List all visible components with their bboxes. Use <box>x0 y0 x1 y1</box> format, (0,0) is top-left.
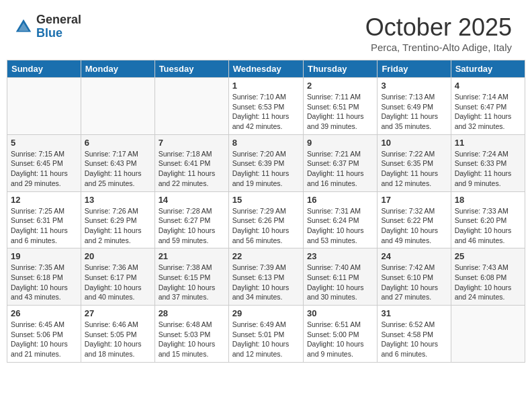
day-info: Sunrise: 6:52 AM Sunset: 4:58 PM Dayligh… <box>381 320 447 359</box>
day-number: 1 <box>232 81 300 91</box>
day-info: Sunrise: 7:20 AM Sunset: 6:39 PM Dayligh… <box>232 149 300 189</box>
logo: General Blue <box>13 13 81 40</box>
calendar-cell: 18Sunrise: 7:33 AM Sunset: 6:20 PM Dayli… <box>451 191 525 248</box>
calendar-cell: 1Sunrise: 7:10 AM Sunset: 6:53 PM Daylig… <box>228 78 303 135</box>
calendar-cell: 2Sunrise: 7:11 AM Sunset: 6:51 PM Daylig… <box>303 78 377 135</box>
day-info: Sunrise: 7:14 AM Sunset: 6:47 PM Dayligh… <box>455 92 521 132</box>
calendar-cell: 28Sunrise: 6:48 AM Sunset: 5:03 PM Dayli… <box>154 306 228 363</box>
day-number: 10 <box>381 138 447 148</box>
weekday-header-friday: Friday <box>378 60 451 78</box>
calendar-cell: 4Sunrise: 7:14 AM Sunset: 6:47 PM Daylig… <box>451 78 525 135</box>
weekday-header-thursday: Thursday <box>303 60 377 78</box>
location-subtitle: Perca, Trentino-Alto Adige, Italy <box>365 42 512 53</box>
day-info: Sunrise: 7:17 AM Sunset: 6:43 PM Dayligh… <box>85 149 151 189</box>
calendar-cell <box>451 306 525 363</box>
day-info: Sunrise: 7:31 AM Sunset: 6:24 PM Dayligh… <box>307 206 373 246</box>
calendar-cell: 8Sunrise: 7:20 AM Sunset: 6:39 PM Daylig… <box>228 134 303 191</box>
day-number: 28 <box>159 308 225 318</box>
day-info: Sunrise: 7:40 AM Sunset: 6:11 PM Dayligh… <box>307 263 373 302</box>
day-number: 3 <box>381 81 447 91</box>
logo-text: General Blue <box>36 13 81 40</box>
day-info: Sunrise: 7:42 AM Sunset: 6:10 PM Dayligh… <box>381 263 447 302</box>
calendar-cell: 10Sunrise: 7:22 AM Sunset: 6:35 PM Dayli… <box>378 134 451 191</box>
calendar-week-3: 12Sunrise: 7:25 AM Sunset: 6:31 PM Dayli… <box>7 191 525 248</box>
calendar-cell: 5Sunrise: 7:15 AM Sunset: 6:45 PM Daylig… <box>7 134 81 191</box>
calendar-cell: 25Sunrise: 7:43 AM Sunset: 6:08 PM Dayli… <box>451 248 525 306</box>
calendar-cell: 3Sunrise: 7:13 AM Sunset: 6:49 PM Daylig… <box>378 78 451 135</box>
day-info: Sunrise: 7:38 AM Sunset: 6:15 PM Dayligh… <box>159 263 225 302</box>
day-number: 17 <box>381 195 447 205</box>
calendar-cell <box>154 78 228 135</box>
calendar-cell: 16Sunrise: 7:31 AM Sunset: 6:24 PM Dayli… <box>303 191 377 248</box>
calendar-week-4: 19Sunrise: 7:35 AM Sunset: 6:18 PM Dayli… <box>7 248 525 306</box>
day-info: Sunrise: 7:15 AM Sunset: 6:45 PM Dayligh… <box>11 149 77 189</box>
day-info: Sunrise: 7:26 AM Sunset: 6:29 PM Dayligh… <box>85 206 151 246</box>
calendar-cell: 15Sunrise: 7:29 AM Sunset: 6:26 PM Dayli… <box>228 191 303 248</box>
day-number: 15 <box>232 195 300 205</box>
calendar-cell: 20Sunrise: 7:36 AM Sunset: 6:17 PM Dayli… <box>81 248 154 306</box>
day-number: 23 <box>307 251 373 261</box>
day-number: 9 <box>307 138 373 148</box>
day-number: 16 <box>307 195 373 205</box>
calendar-cell: 6Sunrise: 7:17 AM Sunset: 6:43 PM Daylig… <box>81 134 154 191</box>
day-number: 7 <box>159 138 225 148</box>
day-info: Sunrise: 7:33 AM Sunset: 6:20 PM Dayligh… <box>455 206 521 246</box>
day-number: 4 <box>455 81 521 91</box>
day-number: 22 <box>232 251 300 261</box>
day-info: Sunrise: 7:13 AM Sunset: 6:49 PM Dayligh… <box>381 92 447 132</box>
day-number: 21 <box>159 251 225 261</box>
day-number: 26 <box>11 308 77 318</box>
calendar-cell: 12Sunrise: 7:25 AM Sunset: 6:31 PM Dayli… <box>7 191 81 248</box>
calendar-table: SundayMondayTuesdayWednesdayThursdayFrid… <box>7 60 525 363</box>
day-number: 5 <box>11 138 77 148</box>
day-number: 14 <box>159 195 225 205</box>
day-number: 25 <box>455 251 521 261</box>
day-info: Sunrise: 7:32 AM Sunset: 6:22 PM Dayligh… <box>381 206 447 246</box>
day-info: Sunrise: 7:28 AM Sunset: 6:27 PM Dayligh… <box>159 206 225 246</box>
day-number: 24 <box>381 251 447 261</box>
day-info: Sunrise: 6:49 AM Sunset: 5:01 PM Dayligh… <box>232 320 300 359</box>
day-number: 19 <box>11 251 77 261</box>
day-info: Sunrise: 7:43 AM Sunset: 6:08 PM Dayligh… <box>455 263 521 302</box>
day-number: 8 <box>232 138 300 148</box>
day-number: 13 <box>85 195 151 205</box>
day-number: 30 <box>307 308 373 318</box>
day-number: 12 <box>11 195 77 205</box>
weekday-header-saturday: Saturday <box>451 60 525 78</box>
calendar-cell: 13Sunrise: 7:26 AM Sunset: 6:29 PM Dayli… <box>81 191 154 248</box>
page-header: General Blue October 2025 Perca, Trentin… <box>7 7 525 56</box>
day-number: 29 <box>232 308 300 318</box>
calendar-cell <box>7 78 81 135</box>
day-info: Sunrise: 6:45 AM Sunset: 5:06 PM Dayligh… <box>11 320 77 359</box>
day-info: Sunrise: 7:29 AM Sunset: 6:26 PM Dayligh… <box>232 206 300 246</box>
day-number: 11 <box>455 138 521 148</box>
calendar-cell <box>81 78 154 135</box>
calendar-week-1: 1Sunrise: 7:10 AM Sunset: 6:53 PM Daylig… <box>7 78 525 135</box>
day-info: Sunrise: 7:25 AM Sunset: 6:31 PM Dayligh… <box>11 206 77 246</box>
day-number: 2 <box>307 81 373 91</box>
calendar-cell: 7Sunrise: 7:18 AM Sunset: 6:41 PM Daylig… <box>154 134 228 191</box>
calendar-cell: 17Sunrise: 7:32 AM Sunset: 6:22 PM Dayli… <box>378 191 451 248</box>
day-info: Sunrise: 7:36 AM Sunset: 6:17 PM Dayligh… <box>85 263 151 302</box>
day-number: 20 <box>85 251 151 261</box>
calendar-cell: 31Sunrise: 6:52 AM Sunset: 4:58 PM Dayli… <box>378 306 451 363</box>
day-info: Sunrise: 6:46 AM Sunset: 5:05 PM Dayligh… <box>85 320 151 359</box>
logo-blue: Blue <box>36 27 81 40</box>
calendar-cell: 22Sunrise: 7:39 AM Sunset: 6:13 PM Dayli… <box>228 248 303 306</box>
month-title: October 2025 <box>365 13 512 42</box>
weekday-header-wednesday: Wednesday <box>228 60 303 78</box>
calendar-cell: 30Sunrise: 6:51 AM Sunset: 5:00 PM Dayli… <box>303 306 377 363</box>
weekday-header-row: SundayMondayTuesdayWednesdayThursdayFrid… <box>7 60 525 78</box>
logo-icon <box>13 17 34 37</box>
weekday-header-sunday: Sunday <box>7 60 81 78</box>
calendar-cell: 24Sunrise: 7:42 AM Sunset: 6:10 PM Dayli… <box>378 248 451 306</box>
day-number: 6 <box>85 138 151 148</box>
calendar-week-2: 5Sunrise: 7:15 AM Sunset: 6:45 PM Daylig… <box>7 134 525 191</box>
day-number: 18 <box>455 195 521 205</box>
logo-general: General <box>36 13 81 27</box>
day-info: Sunrise: 7:18 AM Sunset: 6:41 PM Dayligh… <box>159 149 225 189</box>
calendar-cell: 27Sunrise: 6:46 AM Sunset: 5:05 PM Dayli… <box>81 306 154 363</box>
day-info: Sunrise: 7:11 AM Sunset: 6:51 PM Dayligh… <box>307 92 373 132</box>
calendar-cell: 29Sunrise: 6:49 AM Sunset: 5:01 PM Dayli… <box>228 306 303 363</box>
weekday-header-monday: Monday <box>81 60 154 78</box>
